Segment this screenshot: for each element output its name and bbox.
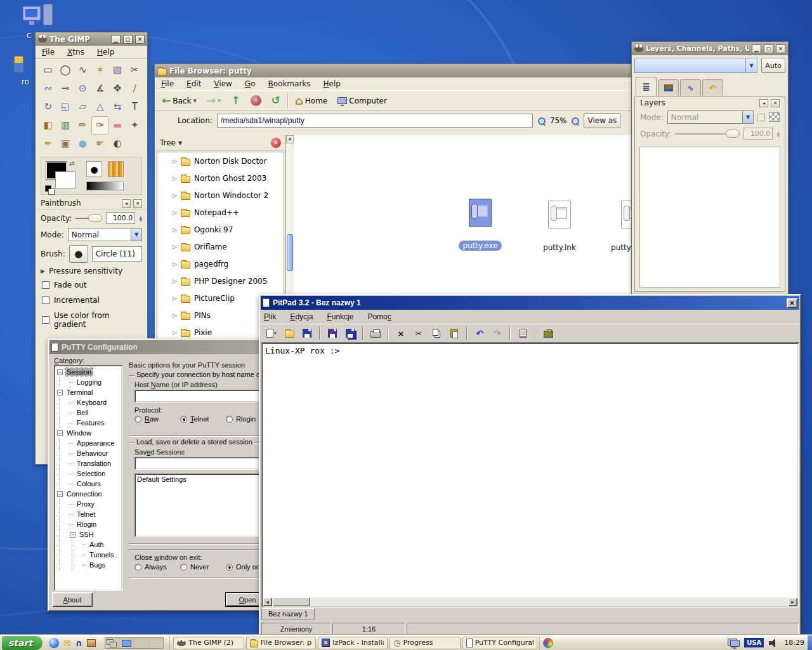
tool-text[interactable]: T [126, 98, 143, 116]
package-icon[interactable] [87, 639, 96, 647]
category-proxy[interactable]: Proxy [54, 499, 122, 509]
expand-icon[interactable]: ▷ [173, 244, 177, 250]
tool-ink[interactable]: ✒ [39, 135, 56, 153]
minimize-button[interactable]: ▁ [752, 44, 761, 53]
incremental-checkbox[interactable] [42, 296, 49, 304]
tool-perspective[interactable]: △ [91, 98, 108, 116]
menu-item-help[interactable]: Help [324, 79, 341, 88]
radio-button[interactable] [226, 564, 233, 571]
workspace-3[interactable] [134, 638, 148, 648]
opacity-slider[interactable] [75, 218, 102, 219]
category-auth[interactable]: Auth [54, 540, 122, 550]
pattern-preview[interactable] [108, 161, 124, 177]
display-tray-icon[interactable] [728, 639, 739, 647]
expand-icon[interactable]: ▷ [173, 329, 177, 336]
tool-rect-select[interactable]: ▭ [39, 61, 56, 79]
tree-dropdown-icon[interactable]: ▼ [178, 140, 182, 146]
radio-always[interactable]: Always [134, 563, 180, 571]
chevron-down-icon[interactable]: ▼ [131, 229, 141, 241]
back-button[interactable]: ← Back ▼ [159, 93, 200, 108]
save-button[interactable] [299, 326, 315, 340]
radio-button[interactable] [180, 564, 187, 571]
tree-item-oriflame[interactable]: ▷Oriflame [157, 238, 284, 255]
gradient-preview[interactable] [86, 182, 124, 190]
view-as-button[interactable]: View as Icons [584, 113, 620, 128]
task-file-browser-putty[interactable]: File Browser: putty [246, 637, 316, 649]
workspace-4[interactable] [149, 638, 163, 648]
horizontal-scrollbar[interactable]: ◄ ► [263, 597, 797, 606]
workspace-1[interactable] [105, 638, 119, 648]
category-bell[interactable]: Bell [54, 408, 122, 418]
opacity-slider[interactable] [675, 133, 740, 135]
file-browser-titlebar[interactable]: File Browser: putty [155, 64, 634, 77]
menu-item-plik[interactable]: Plik [264, 312, 276, 321]
expand-icon[interactable]: ▷ [173, 227, 177, 233]
tool-paintbrush[interactable]: ✑ [91, 116, 108, 135]
mode-select[interactable]: Normal ▼ [68, 228, 142, 241]
tool-scale[interactable]: ◱ [56, 98, 74, 116]
save-all-button[interactable] [343, 326, 358, 340]
about-button[interactable]: About [52, 592, 93, 607]
mail-icon[interactable]: ✉ [63, 639, 71, 647]
desktop-home-icon[interactable] [14, 56, 23, 72]
editor-text[interactable]: Linux-XP rox :> [263, 344, 797, 597]
swap-colors-icon[interactable]: ⇄ [69, 160, 74, 167]
tool-crop[interactable]: ∕ [126, 79, 143, 98]
tree-item-pagedfrg[interactable]: ▷pagedfrg [157, 255, 284, 272]
up-button[interactable]: ↑ [228, 93, 243, 108]
preview-button[interactable] [515, 326, 530, 340]
refresh-button[interactable]: ↺ [268, 93, 284, 108]
color-wheel-icon[interactable] [543, 638, 553, 648]
maximize-button[interactable]: ◻ [123, 35, 133, 44]
tool-blur[interactable]: ● [74, 135, 91, 153]
speaker-icon[interactable] [769, 639, 779, 647]
image-select[interactable]: ▼ [634, 58, 757, 73]
collapse-icon[interactable]: − [57, 369, 63, 375]
workspace-2[interactable] [120, 638, 134, 648]
close-tree-panel-icon[interactable]: ✕ [271, 138, 281, 148]
open-button[interactable] [282, 326, 297, 340]
tree-item-php-designer-2005[interactable]: ▷PHP Designer 2005 [157, 272, 284, 289]
back-dropdown-icon[interactable]: ▼ [193, 98, 196, 103]
tool-bucket-fill[interactable]: ◧ [39, 116, 56, 135]
tab-undo[interactable]: ↶ [702, 79, 723, 96]
category-logging[interactable]: Logging [54, 377, 122, 387]
category-rlogin[interactable]: Rlogin [54, 519, 122, 529]
maximize-button[interactable]: ◻ [764, 44, 773, 53]
tree-item-norton-windoctor-2[interactable]: ▷Norton Windoctor 2 [157, 187, 284, 204]
tree-panel-header[interactable]: Tree ▼ ✕ [156, 135, 285, 151]
brush-picker-button[interactable]: ● [69, 245, 88, 263]
opacity-slider-thumb[interactable] [726, 129, 740, 138]
use-color-from-gradient-checkbox[interactable] [42, 316, 49, 324]
category-selection[interactable]: Selection [54, 468, 122, 479]
tree-item-norton-ghost-2003[interactable]: ▷Norton Ghost 2003 [157, 169, 284, 187]
menu-item-edycja[interactable]: Edycja [290, 312, 313, 321]
delete-button[interactable]: × [393, 326, 409, 340]
tool-scissors-select[interactable]: ✂ [126, 61, 143, 79]
forward-button[interactable]: → ▼ [204, 93, 225, 108]
menu-item-help[interactable]: Help [97, 48, 114, 56]
radio-telnet[interactable]: Telnet [180, 415, 226, 423]
tool-ellipse-select[interactable]: ◯ [56, 61, 74, 79]
category-connection[interactable]: −Connection [54, 489, 122, 499]
tool-shear[interactable]: ▱ [74, 98, 91, 116]
file-putty-exe[interactable]: putty.exe [454, 199, 507, 251]
opacity-spinner-icons[interactable]: ▲▼ [139, 215, 142, 222]
radio-raw[interactable]: Raw [134, 415, 180, 423]
menu-item-go[interactable]: Go [245, 79, 256, 88]
expand-icon[interactable]: ▷ [173, 158, 177, 164]
category-translation[interactable]: Translation [54, 458, 122, 468]
tool-fuzzy-select[interactable]: ✶ [91, 61, 108, 79]
scroll-up-icon[interactable]: ▲ [286, 135, 294, 143]
tool-rotate[interactable]: ↻ [39, 98, 56, 116]
menu-item-xtns[interactable]: Xtns [67, 48, 84, 56]
radio-button[interactable] [180, 416, 187, 423]
menu-item-funkcje[interactable]: Funkcje [327, 312, 353, 321]
scroll-left-icon[interactable]: ◄ [263, 597, 272, 606]
task-putty-configuration[interactable]: PuTTY Configuration [462, 637, 537, 649]
category-session[interactable]: −Session [54, 367, 122, 377]
opacity-spinner-icons[interactable]: ▲▼ [776, 131, 780, 137]
menu-item-view[interactable]: View [214, 79, 232, 88]
radio-button[interactable] [134, 416, 141, 423]
menu-item-bookmarks[interactable]: Bookmarks [268, 79, 310, 88]
